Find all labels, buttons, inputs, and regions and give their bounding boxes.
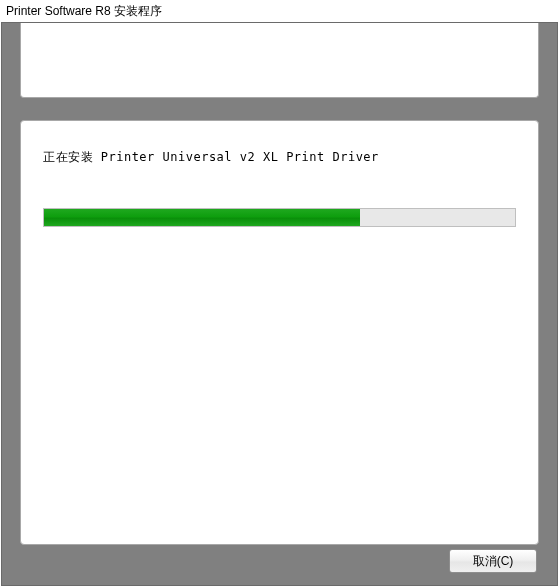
window-title-bar: Printer Software R8 安装程序	[0, 0, 559, 22]
installer-frame: 正在安装 Printer Universal v2 XL Print Drive…	[1, 22, 558, 586]
top-blank-panel	[20, 23, 539, 98]
progress-fill	[44, 209, 360, 226]
window-title: Printer Software R8 安装程序	[6, 4, 162, 18]
install-status-text: 正在安装 Printer Universal v2 XL Print Drive…	[43, 149, 516, 166]
install-prefix: 正在安装	[43, 150, 93, 164]
cancel-button[interactable]: 取消(C)	[449, 549, 537, 573]
progress-bar	[43, 208, 516, 227]
install-target: Printer Universal v2 XL Print Driver	[101, 150, 379, 164]
main-install-panel: 正在安装 Printer Universal v2 XL Print Drive…	[20, 120, 539, 545]
button-row: 取消(C)	[449, 549, 537, 573]
